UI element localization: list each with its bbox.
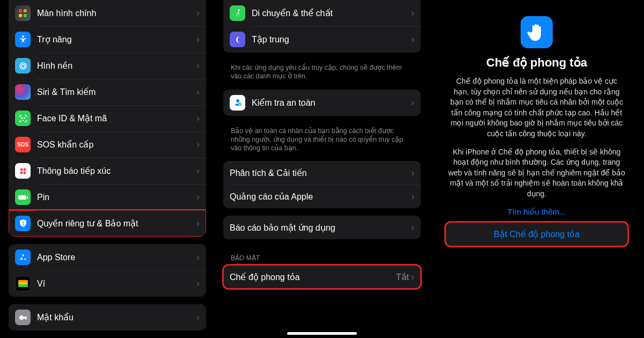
row-appstore[interactable]: App Store › — [9, 244, 206, 270]
svg-point-11 — [20, 171, 23, 174]
row-label: Pin — [37, 193, 196, 202]
row-label: Kiểm tra an toàn — [252, 98, 411, 108]
row-label: Quảng cáo của Apple — [230, 192, 411, 202]
svg-rect-14 — [27, 196, 28, 199]
learn-more-link[interactable]: Tìm hiểu thêm... — [445, 207, 628, 217]
wallet-icon — [15, 276, 31, 291]
privacy-icon — [15, 216, 31, 231]
chevron-right-icon: › — [196, 86, 200, 98]
focus-icon — [230, 32, 245, 47]
section-header-security: BẢO MẬT — [223, 247, 421, 264]
chevron-right-icon: › — [196, 278, 200, 289]
row-label: Di chuyển & thể chất — [252, 8, 411, 18]
row-siri[interactable]: Siri & Tìm kiếm › — [9, 79, 206, 105]
chevron-right-icon: › — [196, 113, 200, 124]
siri-icon — [15, 84, 31, 100]
row-home-screen[interactable]: Màn hình chính › — [9, 0, 206, 26]
settings-group-1: Màn hình chính › Trợ năng › Hình nền › S… — [9, 0, 206, 237]
chevron-right-icon: › — [411, 191, 414, 202]
row-safety-check[interactable]: Kiểm tra an toàn › — [223, 90, 421, 116]
privacy-panel: Di chuyển & thể chất › Tập trung › Khi c… — [215, 0, 429, 338]
lockdown-hero: Chế độ phong tỏa Chế độ phong tỏa là một… — [438, 0, 635, 246]
faceid-icon — [15, 111, 31, 126]
accessibility-icon — [15, 32, 31, 47]
svg-rect-15 — [18, 280, 28, 282]
svg-rect-16 — [18, 282, 28, 284]
row-label: Thông báo tiếp xúc — [37, 166, 196, 176]
row-label: Báo cáo bảo mật ứng dụng — [230, 223, 411, 233]
lockdown-panel: Chế độ phong tỏa Chế độ phong tỏa là một… — [429, 0, 644, 338]
row-exposure[interactable]: Thông báo tiếp xúc › — [9, 158, 206, 184]
row-privacy-report[interactable]: Báo cáo bảo mật ứng dụng › — [223, 216, 421, 239]
motion-icon — [230, 5, 245, 21]
caption-access: Khi các ứng dụng yêu cầu truy cập, chúng… — [223, 60, 421, 82]
row-privacy[interactable]: Quyền riêng tư & Bảo mật › — [9, 210, 206, 237]
lockdown-para-2: Khi iPhone ở Chế độ phong tỏa, thiết bị … — [445, 147, 628, 200]
chevron-right-icon: › — [196, 252, 200, 263]
chevron-right-icon: › — [411, 167, 414, 179]
svg-point-4 — [22, 35, 24, 38]
chevron-right-icon: › — [411, 271, 414, 283]
row-faceid[interactable]: Face ID & Mật mã › — [9, 105, 206, 131]
settings-panel: Màn hình chính › Trợ năng › Hình nền › S… — [0, 0, 215, 338]
lockdown-group: Chế độ phong tỏa Tắt › — [223, 265, 421, 289]
settings-group-2: App Store › Ví › — [9, 244, 206, 297]
row-apple-ads[interactable]: Quảng cáo của Apple › — [223, 185, 421, 208]
row-label: App Store — [37, 253, 196, 262]
svg-rect-20 — [25, 317, 26, 319]
chevron-right-icon: › — [411, 222, 414, 233]
home-screen-icon — [15, 5, 31, 21]
row-motion[interactable]: Di chuyển & thể chất › — [223, 0, 421, 26]
home-indicator[interactable] — [287, 332, 357, 335]
caption-safety: Bảo vệ an toàn cá nhân của bạn bằng cách… — [223, 123, 421, 154]
sos-icon: SOS — [15, 137, 31, 152]
chevron-right-icon: › — [411, 34, 414, 45]
enable-lockdown-button[interactable]: Bật Chế độ phong tỏa — [445, 222, 628, 246]
svg-rect-2 — [19, 14, 22, 17]
row-label: Quyền riêng tư & Bảo mật — [37, 218, 196, 229]
row-label: Hình nền — [37, 61, 196, 71]
svg-rect-17 — [18, 284, 28, 287]
svg-rect-3 — [24, 14, 27, 17]
chevron-right-icon: › — [411, 8, 414, 19]
row-accessibility[interactable]: Trợ năng › — [9, 26, 206, 53]
report-group: Báo cáo bảo mật ứng dụng › — [223, 216, 421, 239]
chevron-right-icon: › — [196, 312, 200, 323]
chevron-right-icon: › — [196, 60, 200, 71]
svg-point-5 — [21, 64, 25, 68]
svg-point-22 — [236, 99, 239, 102]
wallpaper-icon — [15, 58, 31, 74]
row-label: Ví — [37, 279, 196, 289]
row-wallet[interactable]: Ví › — [9, 270, 206, 297]
chevron-right-icon: › — [411, 97, 414, 108]
row-sos[interactable]: SOS SOS khẩn cấp › — [9, 131, 206, 158]
svg-rect-0 — [19, 9, 22, 12]
svg-point-8 — [24, 117, 24, 118]
row-battery[interactable]: Pin › — [9, 184, 206, 210]
chevron-right-icon: › — [196, 165, 200, 177]
svg-rect-13 — [18, 195, 26, 200]
tracking-group: Di chuyển & thể chất › Tập trung › — [223, 0, 421, 53]
chevron-right-icon: › — [196, 139, 200, 150]
svg-point-10 — [23, 168, 26, 171]
settings-group-3: Mật khẩu › — [9, 304, 206, 330]
passwords-icon — [15, 310, 31, 325]
row-analytics[interactable]: Phân tích & Cải tiến › — [223, 161, 421, 185]
chevron-right-icon: › — [196, 8, 200, 19]
row-label: Màn hình chính — [37, 9, 196, 18]
svg-rect-1 — [24, 9, 27, 12]
row-lockdown-mode[interactable]: Chế độ phong tỏa Tắt › — [223, 265, 421, 289]
chevron-right-icon: › — [196, 34, 200, 45]
lockdown-para-1: Chế độ phong tỏa là một biện pháp bảo vệ… — [445, 76, 628, 139]
row-focus[interactable]: Tập trung › — [223, 26, 421, 53]
row-label: Siri & Tìm kiếm — [37, 87, 196, 97]
row-label: Tập trung — [252, 34, 411, 45]
svg-point-7 — [21, 117, 21, 118]
row-passwords[interactable]: Mật khẩu › — [9, 304, 206, 330]
chevron-right-icon: › — [196, 192, 200, 203]
row-wallpaper[interactable]: Hình nền › — [9, 53, 206, 79]
lockdown-title: Chế độ phong tỏa — [445, 56, 628, 70]
battery-icon — [15, 189, 31, 205]
analytics-group: Phân tích & Cải tiến › Quảng cáo của App… — [223, 161, 421, 208]
chevron-right-icon: › — [196, 218, 200, 229]
